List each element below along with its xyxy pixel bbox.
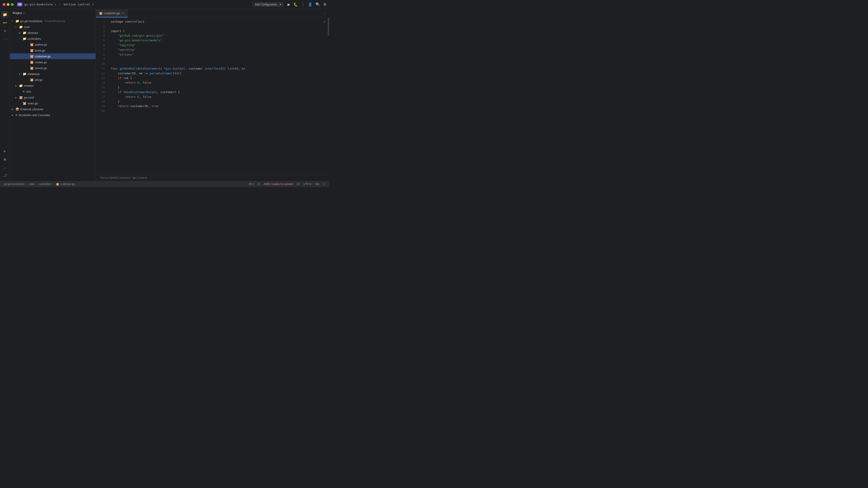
bottom-project-name[interactable]: go-gin-bookstore <box>2 183 26 186</box>
project-dropdown[interactable]: ▾ <box>55 3 56 6</box>
tree-item-main-go[interactable]: ▶ 🐹 main.go <box>10 100 96 106</box>
version-control-label[interactable]: Version control <box>64 3 90 6</box>
item-label: Scratches and Consoles <box>18 113 50 117</box>
line-num: 11 <box>96 66 105 71</box>
more-icon[interactable]: ⋮ <box>301 2 305 6</box>
go-file-icon: 🐹 <box>23 101 26 105</box>
tree-item-scratches[interactable]: ▶ ≡ Scratches and Consoles <box>10 112 96 118</box>
tab-bar: 🐹 customer.go ✕ ⋮ <box>96 9 329 18</box>
aws-status[interactable]: AWS: Unable to connect <box>262 183 295 186</box>
bottom-core[interactable]: core <box>27 183 36 186</box>
bottom-file[interactable]: 🐹 customer.go <box>54 183 76 186</box>
item-label: author.go <box>35 43 47 46</box>
tree-item-database[interactable]: ▶ 📁 database <box>10 71 96 77</box>
sidebar-icon-more[interactable]: ··· <box>1 35 8 42</box>
scroll-thumb[interactable] <box>328 18 329 36</box>
tree-item-author-go[interactable]: ▶ 🐹 author.go <box>10 41 96 47</box>
sidebar-icons: 📁 aws ⊞ ··· ▶ ▣ ⚠ ⎇ <box>0 9 10 181</box>
cursor-pos-label: 85:2 <box>249 183 254 186</box>
tree-item-routes-go[interactable]: ▶ 🐹 routes.go <box>10 59 96 65</box>
tab-more-button[interactable]: ⋮ <box>321 11 329 15</box>
vcs-icon[interactable]: ⟳ <box>256 183 262 186</box>
check-icon: ✓ <box>324 20 326 24</box>
line-num: 2 <box>96 24 105 29</box>
go-file-icon: 🐹 <box>30 66 34 70</box>
bottom-controllers-label: controllers <box>39 183 51 186</box>
code-line-9 <box>111 57 327 62</box>
sidebar-icon-problems[interactable]: ⚠ <box>1 164 8 171</box>
editor-scrollbar[interactable]: ✓ <box>327 18 329 174</box>
tree-item-models[interactable]: ▶ 📁 models <box>10 83 96 89</box>
line-ending[interactable]: LF <box>295 183 302 186</box>
add-config-button[interactable]: Add Configuration... ▾ <box>252 2 284 7</box>
item-label: .env <box>26 90 31 93</box>
indentation[interactable]: Tab <box>313 183 321 186</box>
code-line-1: package controllers <box>111 20 327 24</box>
tab-filename: customer.go <box>104 11 120 15</box>
sidebar-icon-git[interactable]: ⎇ <box>1 172 8 179</box>
env-file-icon: ≡ <box>23 90 24 93</box>
sidebar-icon-grid[interactable]: ⊞ <box>1 27 8 34</box>
item-label: book.go <box>35 49 45 52</box>
sidebar-icon-terminal[interactable]: ▣ <box>1 156 8 163</box>
aws-status-label: AWS: Unable to connect <box>264 183 293 186</box>
code-line-7: "net/http" <box>111 48 327 53</box>
sidebar-icon-run[interactable]: ▶ <box>1 147 8 155</box>
profile-icon[interactable]: 👤 <box>308 2 312 6</box>
folder-icon: 📁 <box>19 84 23 88</box>
maximize-button[interactable] <box>11 3 13 6</box>
close-button[interactable] <box>3 3 5 6</box>
item-label: go.mod <box>24 96 34 99</box>
tree-item-go-mod[interactable]: ▶ 🐹 go.mod <box>10 94 96 100</box>
bottom-controllers[interactable]: controllers <box>37 183 53 186</box>
run-icon[interactable]: ▶ <box>287 2 290 6</box>
panel-header: Project ▾ <box>10 9 96 17</box>
arrow-icon: ▾ <box>19 37 23 40</box>
line-num: 18 <box>96 99 105 104</box>
code-line-20 <box>111 109 327 113</box>
sidebar-icon-aws[interactable]: aws <box>1 19 8 26</box>
tree-item-controllers[interactable]: ▾ 📁 controllers <box>10 36 96 41</box>
item-label: models <box>24 84 33 88</box>
minimize-button[interactable] <box>7 3 9 6</box>
encoding[interactable]: UTF-8 <box>302 183 313 186</box>
bottom-file-label: customer.go <box>60 183 75 186</box>
project-name[interactable]: go-gin-bookstore <box>24 3 53 6</box>
version-control-dropdown[interactable]: ▾ <box>92 3 94 6</box>
bottom-file-icon: 🐹 <box>56 183 59 186</box>
tree-item-abstract[interactable]: ▶ 📁 abstract <box>10 30 96 36</box>
tree-item-book-go[interactable]: ▶ 🐹 book.go <box>10 47 96 53</box>
search-icon[interactable]: 🔍 <box>315 2 320 6</box>
debug-icon[interactable]: 🐛 <box>293 2 298 6</box>
tree-item-env[interactable]: ▶ ≡ .env <box>10 89 96 94</box>
settings-icon[interactable]: ⚙ <box>323 2 327 6</box>
cursor-position[interactable]: 85:2 <box>247 183 256 186</box>
line-num: 17 <box>96 95 105 99</box>
sidebar-icon-folder[interactable]: 📁 <box>1 11 8 18</box>
expand-icon-button[interactable]: ⤢ <box>321 183 327 186</box>
folder-icon: 📁 <box>23 72 26 76</box>
code-line-4: "github.com/gin-gonic/gin" <box>111 33 327 38</box>
code-line-6: "log/slog" <box>111 43 327 48</box>
tree-item-go-gin-bookstore[interactable]: ▾ 📁 go-gin-bookstore ~/GolandProjects/g <box>10 18 96 24</box>
add-config-dropdown-icon: ▾ <box>280 3 281 6</box>
tree-item-server-go[interactable]: ▶ 🐹 server.go <box>10 65 96 71</box>
tree-item-customer-go[interactable]: ▶ 🐹 customer.go <box>10 53 96 59</box>
traffic-lights <box>3 3 13 6</box>
tab-close-button[interactable]: ✕ <box>121 12 125 15</box>
encoding-label: UTF-8 <box>304 183 311 186</box>
arrow-icon: ▶ <box>12 108 16 110</box>
tree-item-external-libraries[interactable]: ▶ 📦 External Libraries <box>10 106 96 112</box>
code-line-14: return 0, false <box>111 80 327 85</box>
tree-item-util-go[interactable]: ▶ 🐹 util.go <box>10 77 96 83</box>
item-label: routes.go <box>35 61 47 64</box>
arrow-icon: ▶ <box>12 114 16 116</box>
tab-customer-go[interactable]: 🐹 customer.go ✕ <box>96 9 128 18</box>
panel-header-chevron[interactable]: ▾ <box>23 12 24 14</box>
line-ending-label: LF <box>297 183 300 186</box>
project-badge: GB <box>17 2 22 6</box>
code-content[interactable]: package controllers import ( "github.com… <box>107 18 327 174</box>
tree-item-core[interactable]: ▾ 📁 core <box>10 24 96 30</box>
line-num: 19 <box>96 104 105 109</box>
editor-area: 🐹 customer.go ✕ ⋮ 1 2 3 4 5 6 7 8 9 10 1… <box>96 9 329 181</box>
